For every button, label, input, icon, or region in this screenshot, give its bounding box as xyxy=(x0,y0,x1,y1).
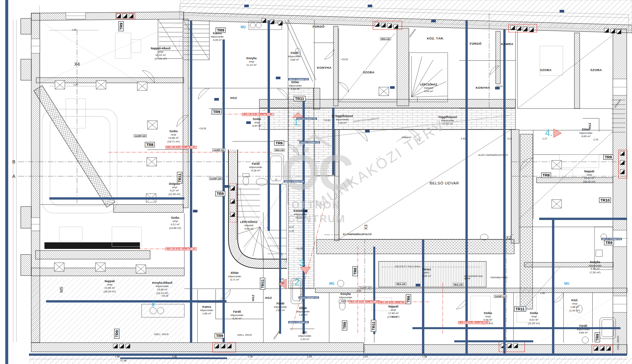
tag-keretallas: HEA-140 ACÉL KERETÁLLÁS xyxy=(379,301,410,304)
note-also-csapadek: ALSÓ CSAPADÉKLEFOLYÓ xyxy=(478,154,508,156)
room-cap: KONYHA xyxy=(317,66,331,69)
room-label: Szobavinyl8,52 m²(11,62 m²) xyxy=(528,311,540,325)
room-label-stairs: LÉPCSŐHÁZmészkő9,04 m² xyxy=(420,83,437,93)
dim: 3,12 xyxy=(507,137,512,140)
marker-tr: TR9 xyxy=(212,109,222,114)
dim: 2,10 xyxy=(279,281,284,284)
tag-keretallas: HEA-140 ACÉL KERETÁLLÁS xyxy=(458,321,489,324)
room-cap: HSZ xyxy=(265,296,272,300)
grid-label-x2: X2 xyxy=(506,235,511,240)
mg-label: MG xyxy=(151,301,155,306)
level-mark: +16,28 xyxy=(199,127,206,130)
dim: 4,27 xyxy=(289,226,294,229)
room-label: Kamrakőporcelán1,66 m² xyxy=(200,305,213,316)
mg-label: MG xyxy=(564,282,569,285)
grid-label-x4: X4 xyxy=(74,61,80,67)
room-label: Fürdőkőporcelán3,68 m² xyxy=(288,51,301,62)
tag-szennyviz: DN110 SZENNYVÍZ xyxy=(288,78,309,81)
room-label: Kamrakőporcelán3,28 m² xyxy=(211,32,224,42)
courtyard-label: BELSŐ UDVAR xyxy=(430,181,459,185)
marker-tr: TR10 xyxy=(599,198,611,203)
step-number: 1. xyxy=(294,117,301,128)
room-label: Szobavinyl9,21 m²(10,86 m²) xyxy=(169,216,181,230)
marker-tr: TR8 xyxy=(541,173,551,178)
marker-tr: TR6 xyxy=(274,140,284,146)
dim: 1,28 xyxy=(307,355,312,358)
room-label: Szobavinyl8,90 m² xyxy=(252,117,261,128)
floor-plan: ÖC OTTHON CENTRUM MUNKAKÖZI TERV BELSŐ U… xyxy=(0,0,632,364)
level-mark: +15,93 xyxy=(341,58,348,61)
tag-hea140: HEA-140 xyxy=(396,282,407,285)
marker-tr: TR11 xyxy=(260,278,265,290)
mg-label: MG xyxy=(241,25,246,29)
room-label: Előtérkőporcelán4,44 m² xyxy=(289,81,302,91)
marker-tr: TR9 xyxy=(604,240,614,245)
grid-label-a: A xyxy=(12,174,15,179)
dim: 1,00 xyxy=(279,278,284,280)
room-cap: SZOBA xyxy=(590,68,602,72)
marker-tr: TR9 xyxy=(114,329,119,339)
note-dilatacio: Dilatáció xyxy=(402,136,411,139)
room-label: WCkőporcelán1,40 m² xyxy=(298,331,311,341)
room-label: Nappali-étkezővinyl41,02 m²(47,31 m²) xyxy=(151,47,171,61)
tag-keretallas: HEA-140 ACÉL KERETÁLLÁS xyxy=(166,146,197,149)
dim: 2,70 xyxy=(593,138,598,141)
dim: 2,42 xyxy=(461,137,466,140)
room-cap: KÖZ. TÁR. xyxy=(427,36,444,40)
room-cap: KAMRA xyxy=(501,42,514,46)
marker-tr: TR11 xyxy=(177,172,182,184)
room-cap: SZOBA xyxy=(540,68,552,72)
tag-keretallas: HEA-140 ACÉL KERETÁLLÁS xyxy=(166,248,197,251)
dim: 1,58 xyxy=(422,355,427,358)
level-mark: +15,93 xyxy=(495,85,503,87)
room-label: Közl.vinyl1,88 m²(1,34 m²) xyxy=(569,299,580,312)
room-cap: FÜRDŐ xyxy=(313,25,325,28)
step-number: 4. xyxy=(545,128,553,138)
tag-szell: SZELL. DN100 xyxy=(237,334,252,336)
room-label: Új függőfolyosókőporcelán4,90 m² xyxy=(332,114,353,125)
marker-tr: TR9 xyxy=(216,28,225,33)
room-label-terrace: TeraszWPC8,55 m² xyxy=(422,268,431,278)
room-label: Közlekedőkőporcelán15,16 m² xyxy=(294,209,308,220)
marker-tr: TR9 xyxy=(215,333,224,338)
room-cap: HSZ xyxy=(251,295,255,302)
tag-szell: SZELL. DN100 xyxy=(617,336,619,350)
tag-unp: 2xUNP-100 xyxy=(212,149,225,152)
room-cap: FÜRDŐ xyxy=(470,42,482,45)
tag-szennyviz: DN110 SZENNYVÍZ xyxy=(288,321,309,324)
room-label-stairs: LÉPCSŐHÁZmészkő9,69 m² xyxy=(240,220,257,231)
dim: 4,46 xyxy=(172,355,177,358)
note-rejtett-folyoka: REJTETT FOLYÓKA xyxy=(395,265,420,268)
room-label: Fürdőkőporcelán2,60 m² xyxy=(274,302,287,312)
tag-szennyviz: DN110 SZENNYVÍZ xyxy=(300,141,320,144)
step-number: 2. xyxy=(295,277,302,287)
room-label: Függőfolyosókőporcelán12,52 m² xyxy=(438,115,457,126)
tag-unp: 2xUNP-100 xyxy=(494,295,507,298)
tag-keretallas: HEA-140 ACÉL KERETÁLLÁS xyxy=(242,113,274,116)
marker-tr: TR11 xyxy=(371,320,376,332)
marker-tr: TR9 xyxy=(595,332,600,342)
dim: 1,90 xyxy=(73,83,78,86)
room-cap: KONYHA xyxy=(476,86,490,89)
grid-label-m5: M5 xyxy=(59,287,64,293)
grid-label-b: B xyxy=(12,159,15,164)
room-label: Előtérkőporcelán8,71 m² xyxy=(228,271,241,282)
room-label: Nappalivinyl19,41 m²(26,26 m²) xyxy=(583,170,595,183)
room-label: Konyha-Étkezőkőporcelán15,85 m²(16,23 m²… xyxy=(152,281,172,295)
mg-label: MG xyxy=(329,282,334,285)
room-cap: HSZ xyxy=(230,96,237,100)
tag-szennyviz: DN110 SZENNYVÍZ xyxy=(284,181,304,183)
tag-unp: 2xUNP-100 xyxy=(359,286,372,289)
marker-tr: TR8 xyxy=(353,266,358,276)
tag-hea140: HEA-140 xyxy=(380,37,391,40)
dim: 1,98 xyxy=(115,355,120,358)
tag-unp: 2xUNP-100 xyxy=(134,134,147,137)
room-label: Nappalivinyl17,80 m²(17,84 m²) xyxy=(387,305,400,319)
room-label: Dolgozóvinyl9,37 m²(11,55 m²) xyxy=(169,182,180,196)
dim: 12,46 xyxy=(120,359,127,362)
tag-szennyviz: DN110 SZENNYVÍZ xyxy=(299,297,319,299)
room-label: Konyhavinyl11,22 m² xyxy=(246,57,256,67)
room-label: Fürdőkőporcelán4,66 m² xyxy=(577,324,590,335)
tag-szell: SZELL. DN100 xyxy=(154,333,169,335)
marker-tr: TR9 xyxy=(118,21,124,31)
